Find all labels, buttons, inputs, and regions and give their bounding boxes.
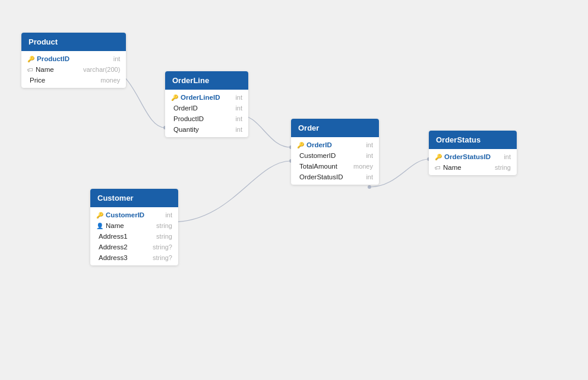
field-row: Quantity int [165,124,248,135]
field-row: 🏷 Name string [429,162,517,173]
key-icon: 🔑 [27,56,34,62]
field-name: TotalAmount [299,163,347,170]
field-row: 👤 Name string [90,220,178,231]
orderline-table-body: 🔑 OrderLineID int OrderID int ProductID … [165,90,248,137]
order-table-body: 🔑 OrderID int CustomerID int TotalAmount… [291,137,379,185]
field-type: string [156,233,172,240]
field-row: 🔑 CustomerID int [90,210,178,220]
field-row: 🏷 Name varchar(200) [21,64,126,75]
field-name: Name [106,222,153,229]
field-row: Price money [21,75,126,86]
field-name: Quantity [173,126,221,133]
orderstatus-table[interactable]: OrderStatus 🔑 OrderStatusID int 🏷 Name s… [429,131,517,175]
field-name: Name [443,164,491,171]
field-type: int [235,115,242,122]
field-row: CustomerID int [291,150,379,161]
orderline-table-header: OrderLine [165,71,248,90]
product-table-body: 🔑 ProductID int 🏷 Name varchar(200) Pric… [21,51,126,88]
field-row: 🔑 OrderLineID int [165,92,248,103]
field-type: int [504,153,511,160]
field-type: money [353,163,373,170]
field-row: ProductID int [165,113,248,124]
field-type: int [235,126,242,133]
field-name: OrderID [173,104,221,112]
field-name: OrderStatusID [444,153,492,160]
key-icon: 🔑 [96,212,103,218]
field-type: int [366,152,373,159]
field-name: Address3 [99,254,146,261]
tag-icon: 🏷 [435,164,441,171]
field-row: 🔑 OrderID int [291,140,379,150]
customer-table-body: 🔑 CustomerID int 👤 Name string Address1 … [90,207,178,265]
field-name: CustomerID [299,152,347,159]
person-icon: 👤 [96,223,103,229]
field-row: TotalAmount money [291,161,379,172]
orderline-table[interactable]: OrderLine 🔑 OrderLineID int OrderID int … [165,71,248,137]
field-type: string? [153,243,172,251]
svg-point-6 [368,185,371,189]
field-type: money [100,77,120,84]
field-row: Address1 string [90,231,178,242]
field-type: string? [153,254,172,261]
field-type: int [235,94,242,101]
field-row: Address2 string? [90,242,178,252]
field-type: int [165,211,172,218]
field-type: string [495,164,511,171]
field-type: int [366,141,373,148]
field-row: OrderID int [165,103,248,113]
customer-table[interactable]: Customer 🔑 CustomerID int 👤 Name string … [90,189,178,265]
field-type: string [156,222,172,229]
field-name: OrderID [306,141,354,148]
key-icon: 🔑 [435,154,442,160]
customer-table-header: Customer [90,189,178,207]
key-icon: 🔑 [297,142,304,148]
product-table[interactable]: Product 🔑 ProductID int 🏷 Name varchar(2… [21,33,126,88]
orderstatus-table-body: 🔑 OrderStatusID int 🏷 Name string [429,149,517,175]
field-name: Price [30,77,77,84]
field-row: 🔑 OrderStatusID int [429,151,517,162]
field-name: CustomerID [106,211,153,218]
diagram-canvas: Product 🔑 ProductID int 🏷 Name varchar(2… [0,0,588,380]
field-row: Address3 string? [90,252,178,263]
field-name: Address2 [99,243,146,251]
tag-icon: 🏷 [27,66,33,73]
key-icon: 🔑 [171,94,178,101]
orderstatus-table-header: OrderStatus [429,131,517,149]
field-type: int [366,173,373,180]
field-row: OrderStatusID int [291,172,379,182]
field-row: 🔑 ProductID int [21,53,126,64]
field-name: Name [36,66,83,73]
field-name: OrderStatusID [299,173,347,180]
order-table[interactable]: Order 🔑 OrderID int CustomerID int Total… [291,119,379,185]
field-name: Address1 [99,233,146,240]
field-name: ProductID [173,115,221,122]
field-name: ProductID [37,55,84,62]
order-table-header: Order [291,119,379,137]
field-type: int [235,104,242,112]
field-type: varchar(200) [83,66,120,73]
field-type: int [113,55,121,62]
field-name: OrderLineID [181,94,228,101]
product-table-header: Product [21,33,126,51]
